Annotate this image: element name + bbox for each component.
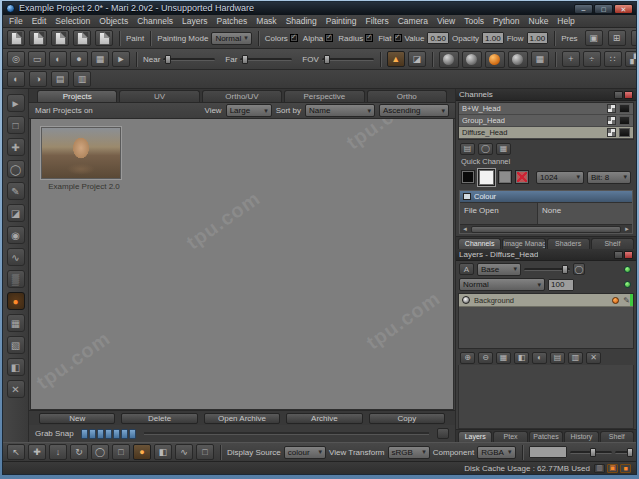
canvas-tab[interactable]: Ortho	[367, 90, 447, 102]
window-button[interactable]: ✕	[614, 4, 633, 14]
black-swatch[interactable]	[461, 170, 475, 184]
palette-collapse-icon[interactable]	[614, 251, 623, 259]
symmetry-icon[interactable]: +	[562, 51, 580, 67]
paint-check[interactable]: Colors	[265, 34, 298, 43]
bottom-tool-icon[interactable]: □	[196, 444, 214, 460]
slider-knob[interactable]	[627, 448, 633, 457]
menu-item[interactable]: Layers	[182, 16, 208, 26]
blend-amount-field[interactable]: 100	[548, 279, 574, 291]
gamma-slider[interactable]	[615, 451, 632, 454]
screenshot-icon[interactable]: ◪	[408, 51, 426, 67]
snap-block[interactable]	[129, 429, 136, 439]
sidebar-tool-icon[interactable]: ►	[7, 94, 25, 112]
projection-mode-icon[interactable]: ▲	[387, 51, 405, 67]
menu-item[interactable]: Shading	[286, 16, 317, 26]
checkbox-icon[interactable]	[394, 34, 402, 42]
view-toggle-icon[interactable]: ▭	[28, 51, 46, 67]
checkbox-icon[interactable]	[325, 34, 333, 42]
snap-options-button[interactable]	[437, 428, 449, 439]
palette-tab[interactable]: Shelf	[591, 238, 634, 249]
palette-tab[interactable]: Ptex	[493, 431, 527, 442]
layer-action-icon[interactable]: ⊕	[460, 352, 475, 364]
view-toggle-icon[interactable]: ◎	[7, 51, 25, 67]
projection-slider[interactable]: Near	[143, 55, 215, 64]
bottom-tool-icon[interactable]: ◯	[91, 444, 109, 460]
slider-knob[interactable]	[562, 265, 568, 274]
layer-opacity-slider[interactable]	[524, 268, 570, 271]
bottom-tool-icon[interactable]: ✚	[28, 444, 46, 460]
painting-mode-dropdown[interactable]: Normal	[211, 32, 251, 45]
layer-radio-icon[interactable]: ◯	[573, 263, 585, 275]
snap-block[interactable]	[81, 429, 88, 439]
horizontal-scrollbar[interactable]: ◄ ►	[460, 224, 632, 233]
snap-track[interactable]	[144, 432, 429, 435]
channel-row[interactable]: Diffuse_Head	[459, 127, 633, 139]
menu-item[interactable]: Channels	[137, 16, 173, 26]
paint-check[interactable]: Alpha	[303, 34, 333, 43]
file-action-icon[interactable]	[7, 30, 25, 46]
project-action-button[interactable]: New	[39, 413, 115, 424]
paint-toggle-icon[interactable]: ⊕	[631, 30, 636, 46]
menu-item[interactable]: Python	[493, 16, 519, 26]
sidebar-tool-icon[interactable]: □	[7, 116, 25, 134]
menu-item[interactable]: Mask	[256, 16, 276, 26]
view-toggle-icon[interactable]: ●	[70, 51, 88, 67]
canvas-tab[interactable]: UV	[119, 90, 199, 102]
checkbox-icon[interactable]	[290, 34, 298, 42]
view-transform-dropdown[interactable]: sRGB	[388, 446, 430, 459]
bottom-tool-icon[interactable]: ●	[133, 444, 151, 460]
preset-row[interactable]: Colour	[460, 191, 632, 202]
window-button[interactable]: –	[574, 4, 593, 14]
checkbox-icon[interactable]	[365, 34, 373, 42]
project-thumbnail[interactable]	[41, 127, 121, 179]
file-action-icon[interactable]	[95, 30, 113, 46]
sidebar-tool-icon[interactable]: ▧	[7, 336, 25, 354]
brush-control-icon[interactable]: ▤	[51, 71, 69, 87]
menu-item[interactable]: File	[9, 16, 23, 26]
palette-tab[interactable]: Shaders	[547, 238, 590, 249]
menu-item[interactable]: Tools	[464, 16, 484, 26]
bottom-tool-icon[interactable]: ↓	[49, 444, 67, 460]
menu-item[interactable]: View	[437, 16, 455, 26]
menu-item[interactable]: Help	[557, 16, 574, 26]
palette-tab[interactable]: Patches	[529, 431, 563, 442]
menu-item[interactable]: Objects	[99, 16, 128, 26]
layer-action-icon[interactable]: ✕	[586, 352, 601, 364]
layers-palette-header[interactable]: Layers - Diffuse_Head	[456, 249, 636, 261]
canvas-tab[interactable]: Perspective	[284, 90, 364, 102]
sidebar-tool-icon[interactable]: ✚	[7, 138, 25, 156]
white-swatch[interactable]	[478, 169, 495, 186]
flow-field[interactable]: 1.00	[527, 32, 549, 44]
layer-action-icon[interactable]: ⊖	[478, 352, 493, 364]
scroll-left-icon[interactable]: ◄	[460, 226, 470, 232]
sidebar-tool-icon[interactable]: ✎	[7, 182, 25, 200]
title-bar[interactable]: Example Project 2.0* - Mari 2.0v2 - Unsu…	[3, 2, 636, 15]
layer-action-icon[interactable]: ◐	[532, 352, 547, 364]
file-action-icon[interactable]	[73, 30, 91, 46]
palette-collapse-icon[interactable]	[614, 91, 623, 99]
layer-action-icon[interactable]: ▤	[550, 352, 565, 364]
slider-knob[interactable]	[324, 55, 330, 64]
file-action-icon[interactable]	[51, 30, 69, 46]
sidebar-tool-icon[interactable]: ▦	[7, 314, 25, 332]
menu-item[interactable]: Camera	[398, 16, 428, 26]
palette-close-icon[interactable]	[624, 251, 633, 259]
palette-tab[interactable]: Layers	[458, 431, 492, 442]
sidebar-tool-icon[interactable]: ◪	[7, 204, 25, 222]
sidebar-tool-icon[interactable]: ◉	[7, 226, 25, 244]
channel-row[interactable]: Group_Head	[459, 115, 633, 127]
value-field[interactable]: 0.50	[427, 32, 449, 44]
paint-check[interactable]: Flat	[378, 34, 401, 43]
channel-action-icon[interactable]: ▤	[460, 143, 475, 155]
palette-tab[interactable]: Channels	[458, 238, 501, 249]
snap-block[interactable]	[97, 429, 104, 439]
brush-control-icon[interactable]: ▥	[73, 71, 91, 87]
slider-knob[interactable]	[242, 55, 248, 64]
opacity-field[interactable]: 1.00	[482, 32, 504, 44]
sidebar-tool-icon[interactable]: ●	[7, 292, 25, 310]
menu-item[interactable]: Selection	[55, 16, 90, 26]
project-card[interactable]: Example Project 2.0	[41, 127, 127, 191]
uv-grid-icon[interactable]: ▦	[531, 51, 549, 67]
palette-tab[interactable]: Shelf	[600, 431, 634, 442]
view-toggle-icon[interactable]: ▦	[91, 51, 109, 67]
